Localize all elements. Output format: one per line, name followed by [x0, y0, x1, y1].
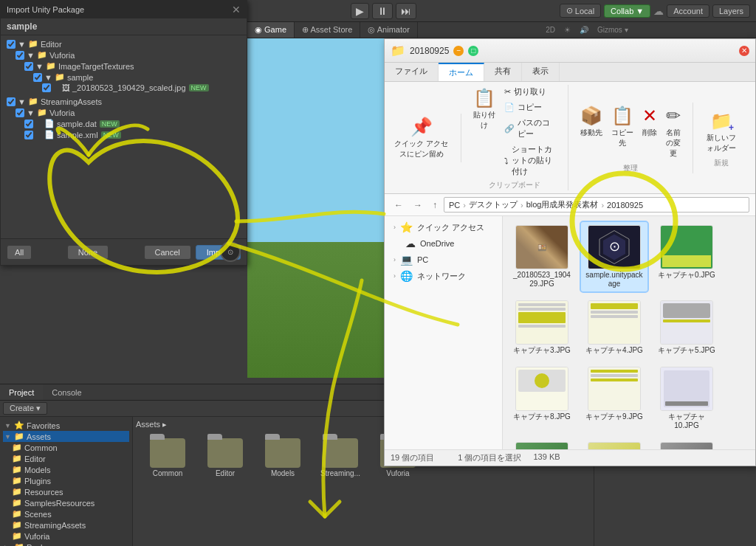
tab-asset-store[interactable]: ⊕ Asset Store	[295, 22, 360, 38]
file-capture5[interactable]: キャプチャ5.JPG	[653, 297, 720, 358]
pkg-checkbox-imagetarget[interactable]	[24, 62, 33, 71]
pkg-checkbox-sample-dat[interactable]	[24, 120, 33, 128]
ribbon-copy-btn[interactable]: 📄 コピー	[501, 100, 559, 114]
thumb-img1: 🍱	[516, 226, 568, 269]
ribbon-tab-file[interactable]: ファイル	[385, 63, 439, 81]
pkg-tree-vuforia2[interactable]: ▼ 📁 Vuforia	[4, 107, 244, 118]
favorites-item[interactable]: ▼ ⭐ Favorites	[3, 420, 129, 431]
pkg-tree-editor[interactable]: ▼ 📁 Editor	[4, 38, 244, 49]
plugins-item[interactable]: 📁 Plugins	[3, 475, 129, 486]
audio-btn[interactable]: 🔊	[575, 26, 593, 34]
file-capture5-name: キャプチャ5.JPG	[658, 346, 715, 355]
sidebar-pc[interactable]: › 💻 PC	[385, 252, 502, 268]
sidebar-quickaccess[interactable]: › ⭐ クイック アクセス	[385, 219, 502, 235]
cloud-icon[interactable]: ☁	[653, 5, 664, 17]
file-jpg1[interactable]: 🍱 _20180523_190429.JPG	[509, 222, 575, 291]
packages-item[interactable]: ▶ 📁 Packages	[3, 542, 129, 546]
assets-root-item[interactable]: ▼ 📁 Assets	[3, 431, 129, 442]
cancel-button[interactable]: Cancel	[144, 245, 191, 260]
pkg-tree-streaming[interactable]: ▼ 📁 StreamingAssets	[4, 96, 244, 107]
file-capture0[interactable]: キャプチャ0.JPG	[653, 222, 720, 291]
import-close-button[interactable]: ✕	[232, 4, 241, 15]
file-capture4[interactable]: キャプチャ4.JPG	[581, 297, 647, 358]
cap4-h3	[591, 315, 638, 318]
play-button[interactable]: ▶	[351, 3, 369, 19]
models-item[interactable]: 📁 Models	[3, 464, 129, 475]
pkg-checkbox-xml[interactable]	[24, 131, 33, 139]
resources-item[interactable]: 📁 Resources	[3, 486, 129, 497]
pkg-checkbox-editor[interactable]	[7, 40, 16, 49]
ribbon-newfolder-btn[interactable]: 📁 + 新しいフォルダー	[702, 108, 740, 156]
file-capture10[interactable]: キャプチャ10.JPG	[653, 364, 720, 433]
create-button[interactable]: Create ▾	[3, 402, 47, 415]
ribbon-quickaccess-btn[interactable]: 📌 クイック アクセスにピン留め	[391, 114, 452, 162]
ribbon-rename-btn[interactable]: ✏ 名前の変更	[663, 103, 684, 162]
forward-button[interactable]: →	[410, 198, 426, 212]
file-unity-pkg[interactable]: ⊙ sample.unitypackage	[581, 222, 647, 291]
pause-button[interactable]: ⏸	[372, 3, 393, 19]
ribbon-tab-view[interactable]: 表示	[522, 63, 560, 81]
all-button[interactable]: All	[7, 245, 32, 260]
models-label: Models	[24, 466, 50, 474]
asset-common[interactable]: Common	[142, 438, 193, 477]
pkg-checkbox-sample[interactable]	[33, 73, 42, 82]
tab-game[interactable]: ◉ Game	[247, 22, 295, 38]
vuforia-item[interactable]: 📁 Vuforia	[3, 531, 129, 542]
ribbon-delete-btn[interactable]: ✕ 削除	[639, 103, 660, 162]
pkg-tree-sample[interactable]: ▼ 📁 sample	[4, 72, 244, 83]
common-item[interactable]: 📁 Common	[3, 442, 129, 453]
ribbon-tab-share[interactable]: 共有	[484, 63, 522, 81]
file-capture10-thumb	[660, 367, 713, 411]
collab-button[interactable]: Collab ▼	[604, 4, 650, 18]
pkg-tree-sample-xml[interactable]: 📄 sample.xml NEW	[4, 129, 244, 140]
ribbon-cut-btn[interactable]: ✂ 切り取り	[501, 85, 559, 99]
ribbon-paste-btn[interactable]: 📋 貼り付け	[470, 85, 498, 179]
file-capture9[interactable]: キャプチャ9.JPG	[581, 364, 647, 433]
pkg-checkbox-vuforia2[interactable]	[16, 108, 24, 117]
file-img-r4-2[interactable]	[581, 439, 647, 449]
file-capture3[interactable]: キャプチャ3.JPG	[509, 297, 575, 358]
asset-streaming[interactable]: Streaming...	[315, 438, 366, 477]
scenes-label: Scenes	[24, 510, 52, 519]
ribbon-tab-home[interactable]: ホーム	[439, 63, 484, 81]
sidebar-onedrive[interactable]: ☁ OneDrive	[385, 235, 502, 252]
ribbon-copyto-btn[interactable]: 📋 コピー先	[608, 103, 636, 162]
project-tab[interactable]: Project	[0, 384, 43, 400]
2d-btn[interactable]: 2D	[541, 26, 560, 34]
asset-models[interactable]: Models	[257, 438, 309, 477]
pkg-checkbox-jpg[interactable]	[42, 83, 51, 92]
back-button[interactable]: ←	[391, 198, 407, 212]
scenes-item[interactable]: 📁 Scenes	[3, 508, 129, 519]
none-button[interactable]: None	[67, 245, 109, 260]
ribbon-move-btn[interactable]: 📦 移動先	[577, 103, 605, 162]
account-button[interactable]: Account	[667, 4, 709, 18]
pkg-tree-jpg[interactable]: 🖼 _20180523_190429_scaled.jpg NEW	[4, 83, 244, 93]
local-button[interactable]: ⊙ Local	[560, 4, 601, 18]
tab-animator[interactable]: ◎ Animator	[360, 22, 417, 38]
ribbon-copypath-btn[interactable]: 🔗 パスのコピー	[501, 116, 559, 141]
light-btn[interactable]: ☀	[560, 26, 575, 34]
address-path[interactable]: PC › デスクトップ › blog用成果発表素材 › 20180925	[444, 197, 749, 212]
file-img-r4-1[interactable]	[509, 439, 575, 449]
pkg-checkbox-streaming[interactable]	[7, 97, 16, 106]
pkg-tree-vuforia1[interactable]: ▼ 📁 Vuforia	[4, 49, 244, 61]
streamingassets-item[interactable]: 📁 StreamingAssets	[3, 519, 129, 531]
layers-button[interactable]: Layers	[712, 4, 750, 18]
asset-editor[interactable]: Editor	[199, 438, 251, 477]
file-img-r4-3[interactable]: 📄	[653, 439, 720, 449]
sidebar-network[interactable]: › 🌐 ネットワーク	[385, 268, 502, 284]
up-button[interactable]: ↑	[429, 198, 441, 212]
file-capture8[interactable]: キャプチャ8.JPG	[509, 364, 575, 433]
pkg-checkbox-vuforia1[interactable]	[16, 51, 24, 60]
step-button[interactable]: ⏭	[396, 3, 416, 19]
pkg-tree-imagetarget[interactable]: ▼ 📁 ImageTargetTextures	[4, 61, 244, 72]
pkg-tree-sample-dat[interactable]: 📄 sample.dat NEW	[4, 118, 244, 129]
explorer-close-button[interactable]: ✕	[739, 46, 749, 56]
console-tab[interactable]: Console	[43, 384, 90, 400]
explorer-maximize-button[interactable]: □	[468, 46, 478, 56]
explorer-minimize-button[interactable]: −	[453, 46, 464, 56]
gizmos-btn[interactable]: Gizmos ▾	[593, 26, 633, 34]
samplesresources-item[interactable]: 📁 SamplesResources	[3, 497, 129, 508]
editor-item[interactable]: 📁 Editor	[3, 453, 129, 464]
ribbon-shortcut-btn[interactable]: ⤵ ショートカットの貼り付け	[501, 142, 559, 179]
